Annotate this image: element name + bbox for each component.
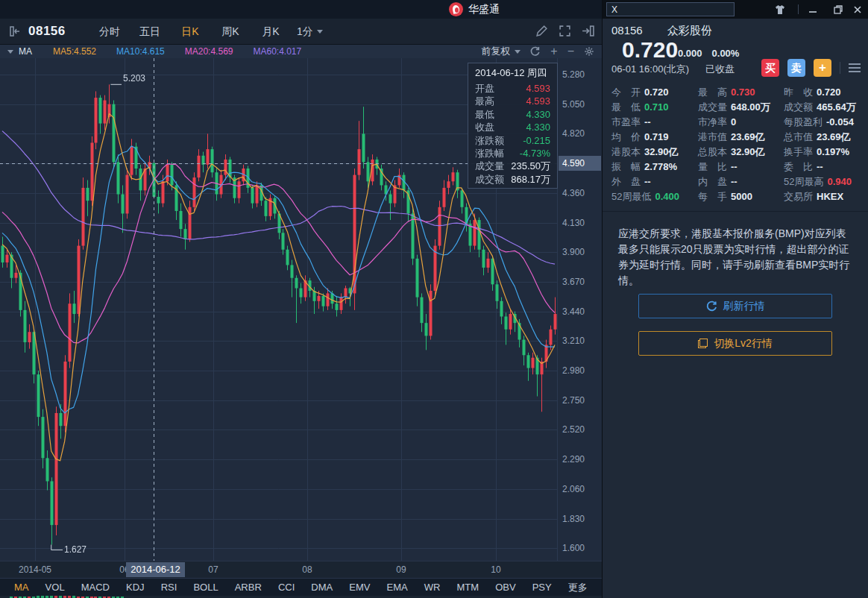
chevron-down-icon [317, 30, 323, 34]
quote-field: 港股本32.90亿 [611, 145, 698, 159]
quote-code: 08156 [611, 24, 643, 38]
chevron-down-icon [7, 50, 13, 54]
quote-field: 市净率0 [698, 116, 784, 129]
market-status: 已收盘 [705, 63, 735, 76]
quote-grid-row: 港股本32.90亿总股本32.90亿换手率0.197% [611, 145, 864, 160]
indicator-tab-EMV[interactable]: EMV [349, 582, 370, 593]
indicator-tab-PSY[interactable]: PSY [532, 582, 552, 593]
low-annotation: 1.627 [64, 544, 87, 555]
dock-panel-icon[interactable] [582, 25, 594, 37]
y-tick: 2.060 [562, 483, 600, 495]
x-tick-09: 09 [377, 564, 425, 575]
tooltip-row: 最高4.593 [468, 95, 557, 107]
period-tab-五日[interactable]: 五日 [136, 25, 164, 39]
collapse-panel-icon[interactable] [9, 25, 21, 37]
x-axis: 2014-050607080910 2014-06-12 [0, 561, 602, 578]
indicator-tab-更多[interactable]: 更多 [568, 581, 588, 594]
indicator-tab-CCI[interactable]: CCI [278, 582, 295, 593]
close-button[interactable] [852, 4, 864, 16]
x-tick-07: 07 [189, 564, 237, 575]
y-tick: 3.670 [562, 276, 600, 288]
quote-field: 外 盘-- [611, 175, 698, 189]
zoom-out-icon[interactable]: − [567, 45, 574, 57]
fullscreen-icon[interactable] [559, 25, 571, 37]
refresh-quotes-button[interactable]: 刷新行情 [638, 294, 832, 318]
tooltip-row: 涨跌额-0.215 [468, 134, 557, 147]
period-minute-dropdown[interactable]: 1分 [297, 25, 323, 39]
chevron-down-icon [515, 50, 521, 54]
y-tick: 5.280 [562, 69, 600, 81]
chart-tool-icons [535, 25, 594, 37]
indicator-tab-ARBR[interactable]: ARBR [235, 582, 262, 593]
indicator-tab-MA[interactable]: MA [14, 582, 29, 593]
indicator-tab-EMA[interactable]: EMA [387, 582, 408, 593]
y-tick: 1.830 [562, 513, 600, 525]
indicator-legend-row: MA MA5:4.552MA10:4.615MA20:4.569MA60:4.0… [0, 45, 602, 58]
period-tab-日K[interactable]: 日K [176, 25, 204, 39]
x-tick-08: 08 [283, 564, 331, 575]
y-tick: 2.520 [562, 424, 600, 435]
bmp-notice-text: 应港交所要求，港股基本报价服务(BMP)对应列表最多只能展示20只股票为实时行情… [618, 226, 855, 289]
switch-lv2-button[interactable]: 切换Lv2行情 [638, 331, 832, 356]
quote-panel: 08156 众彩股份 0.720 0.000 0.00% 06-01 16:00… [602, 0, 868, 598]
quote-field: 委 比-- [784, 160, 864, 174]
indicator-tab-VOL[interactable]: VOL [45, 582, 65, 593]
y-tick: 2.290 [562, 453, 600, 465]
quote-change: 0.000 0.00% [678, 48, 739, 59]
indicator-tab-BOLL[interactable]: BOLL [193, 582, 218, 593]
indicator-dropdown[interactable]: MA [0, 46, 32, 57]
menu-icon[interactable] [849, 63, 861, 72]
quote-field: 港市值23.69亿 [698, 130, 784, 144]
y-tick: 4.820 [562, 128, 600, 139]
quote-price: 0.720 [622, 37, 678, 63]
candlestick-plot[interactable]: 5.2805.0504.8204.5904.3604.1303.9003.670… [0, 58, 602, 561]
period-tab-分时[interactable]: 分时 [95, 25, 124, 39]
theme-shirt-icon[interactable] [774, 4, 786, 16]
period-tab-月K[interactable]: 月K [257, 25, 285, 39]
sell-button[interactable]: 卖 [787, 59, 805, 77]
quote-field: 最 低0.710 [611, 101, 698, 114]
tooltip-row: 开盘4.593 [468, 82, 557, 95]
indicator-tab-OBV[interactable]: OBV [495, 582, 515, 593]
ma-legend-values: MA5:4.552MA10:4.615MA20:4.569MA60:4.017 [53, 46, 321, 57]
switch-icon [698, 339, 708, 348]
quote-field: 成交额465.64万 [784, 101, 864, 114]
minimize-button[interactable] [807, 4, 819, 16]
quote-field: 交易所HKEX [784, 190, 864, 204]
tooltip-date: 2014-06-12 周四 [468, 65, 557, 82]
y-tick: 3.900 [562, 246, 600, 258]
gear-icon[interactable] [584, 46, 594, 57]
adjust-type-dropdown[interactable]: 前复权 [481, 45, 521, 58]
quote-field: 最 高0.730 [698, 86, 784, 99]
refresh-icon [706, 300, 717, 312]
indicator-tab-DMA[interactable]: DMA [311, 582, 333, 593]
quote-header: 08156 众彩股份 [611, 24, 712, 38]
restore-button[interactable] [832, 4, 844, 16]
quote-data-grid: 今 开0.720最 高0.730昨 收0.720最 低0.710成交量648.0… [611, 85, 864, 204]
y-tick: 1.600 [562, 542, 600, 554]
zoom-in-icon[interactable]: + [550, 45, 557, 57]
indicator-tab-WR[interactable]: WR [424, 582, 441, 593]
add-watchlist-button[interactable]: + [814, 59, 831, 77]
y-tick: 5.050 [562, 98, 600, 110]
draw-pencil-icon[interactable] [535, 25, 548, 37]
search-input[interactable] [606, 2, 735, 16]
indicator-tab-MTM[interactable]: MTM [456, 582, 479, 593]
period-tab-周K[interactable]: 周K [216, 25, 245, 39]
quote-grid-row: 最 低0.710成交量648.00万成交额465.64万 [611, 100, 864, 115]
quote-field: 52周最低0.400 [611, 190, 698, 204]
buy-button[interactable]: 买 [761, 59, 779, 77]
quote-field: 总股本32.90亿 [698, 145, 784, 159]
quote-field: 成交量648.00万 [698, 101, 784, 114]
refresh-chart-icon[interactable] [530, 46, 541, 57]
quote-field: 每股盈利-0.054 [784, 116, 864, 129]
quote-grid-row: 均 价0.719港市值23.69亿总市值23.69亿 [611, 130, 864, 145]
title-bar: 华盛通 [0, 0, 602, 19]
quote-field: 换手率0.197% [784, 145, 864, 159]
indicator-tab-RSI[interactable]: RSI [161, 582, 177, 593]
indicator-tab-KDJ[interactable]: KDJ [126, 582, 145, 593]
crosshair-date-label: 2014-06-12 [126, 562, 185, 577]
ma-legend-60: MA60:4.017 [253, 46, 301, 57]
indicator-tab-MACD[interactable]: MACD [81, 582, 110, 593]
chart-section: 华盛通 08156 分时五日日K周K月K1分 MA MA5:4. [0, 0, 602, 598]
